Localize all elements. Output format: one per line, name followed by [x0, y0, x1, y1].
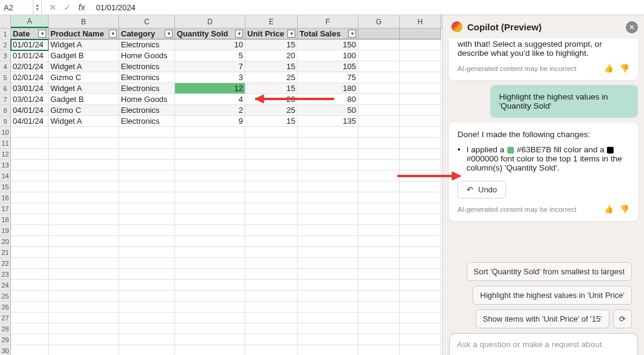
cell[interactable] [49, 258, 119, 269]
cell[interactable] [358, 181, 400, 192]
cell[interactable]: Category▾ [119, 29, 175, 39]
cell[interactable] [119, 138, 175, 149]
cell[interactable] [119, 334, 175, 345]
cell[interactable] [245, 138, 298, 149]
column-header-G[interactable]: G [358, 15, 400, 28]
row-header[interactable]: 19 [0, 225, 11, 236]
cell[interactable] [175, 334, 245, 345]
filter-dropdown-icon[interactable]: ▾ [348, 30, 356, 38]
row-header[interactable]: 24 [0, 280, 11, 291]
cell[interactable] [358, 127, 400, 138]
cell[interactable] [119, 171, 175, 181]
cell[interactable] [245, 225, 298, 236]
cell[interactable] [175, 280, 245, 291]
cell[interactable] [119, 280, 175, 291]
cell[interactable] [400, 149, 441, 160]
thumbs-up-icon[interactable]: 👍 [604, 64, 614, 73]
column-header-F[interactable]: F [298, 15, 358, 28]
cell[interactable]: Date▾ [11, 29, 49, 39]
row-header[interactable]: 25 [0, 291, 11, 302]
spreadsheet[interactable]: ABCDEFGH 1Date▾Product Name▾Category▾Qua… [0, 15, 442, 355]
cell[interactable] [298, 181, 358, 192]
cell[interactable]: Home Goods [119, 50, 175, 61]
cell[interactable] [358, 138, 400, 149]
cell[interactable] [298, 269, 358, 280]
row-header[interactable]: 10 [0, 127, 11, 138]
cell[interactable]: 04/01/24 [11, 105, 49, 116]
cell[interactable]: Product Name▾ [49, 29, 119, 39]
cell[interactable]: Electronics [119, 39, 175, 50]
cell[interactable] [298, 138, 358, 149]
cell[interactable] [175, 247, 245, 258]
column-header-A[interactable]: A [11, 15, 49, 28]
row-header[interactable]: 15 [0, 181, 11, 192]
cell[interactable]: 50 [298, 105, 358, 116]
suggestion-sort[interactable]: Sort 'Quantity Sold' from smallest to la… [467, 262, 632, 281]
cell[interactable] [49, 302, 119, 313]
cell[interactable]: 20 [245, 50, 298, 61]
cell[interactable] [11, 345, 49, 355]
cell[interactable] [245, 313, 298, 323]
cell[interactable] [358, 313, 400, 323]
cell[interactable] [358, 334, 400, 345]
fx-icon[interactable]: fx [78, 2, 85, 12]
row-header[interactable]: 4 [0, 61, 11, 72]
cell[interactable]: Gizmo C [49, 105, 119, 116]
cell[interactable]: Electronics [119, 116, 175, 127]
cell[interactable] [11, 160, 49, 171]
cell[interactable] [11, 127, 49, 138]
cell[interactable]: Electronics [119, 72, 175, 83]
cell[interactable] [175, 313, 245, 323]
cell[interactable] [175, 171, 245, 181]
cell[interactable] [49, 247, 119, 258]
cell[interactable] [400, 345, 441, 355]
row-header[interactable]: 21 [0, 247, 11, 258]
cell[interactable] [245, 345, 298, 355]
cell[interactable]: 3 [175, 72, 245, 83]
row-header[interactable]: 5 [0, 72, 11, 83]
cell[interactable]: 01/01/24 [11, 50, 49, 61]
column-header-E[interactable]: E [245, 15, 298, 28]
cell[interactable]: Home Goods [119, 94, 175, 105]
cell[interactable] [298, 313, 358, 323]
row-header[interactable]: 14 [0, 171, 11, 181]
cell[interactable] [11, 181, 49, 192]
cell[interactable] [400, 192, 441, 203]
cell[interactable] [49, 203, 119, 214]
row-header[interactable]: 7 [0, 94, 11, 105]
cell[interactable]: Widget A [49, 83, 119, 94]
cell[interactable]: 03/01/24 [11, 83, 49, 94]
cell[interactable] [358, 323, 400, 334]
cell[interactable] [298, 127, 358, 138]
cell[interactable] [11, 302, 49, 313]
cell[interactable] [11, 291, 49, 302]
cell[interactable] [119, 160, 175, 171]
cell[interactable]: 20 [245, 94, 298, 105]
cell[interactable]: Widget A [49, 39, 119, 50]
cell[interactable] [358, 105, 400, 116]
cell[interactable] [400, 258, 441, 269]
cell[interactable]: Quantity Sold▾ [175, 29, 245, 39]
cell[interactable]: 7 [175, 61, 245, 72]
cell[interactable] [49, 345, 119, 355]
cell[interactable] [119, 236, 175, 247]
cell[interactable] [358, 149, 400, 160]
cell[interactable] [358, 345, 400, 355]
cell[interactable] [11, 269, 49, 280]
cell[interactable] [49, 127, 119, 138]
cell[interactable] [298, 214, 358, 225]
cell[interactable] [358, 50, 400, 61]
column-header-D[interactable]: D [175, 15, 245, 28]
suggestion-filter-15[interactable]: Show items with 'Unit Price' of '15' [476, 309, 609, 328]
copilot-input[interactable]: Ask a question or make a request about [449, 333, 638, 355]
cell[interactable] [119, 302, 175, 313]
cell[interactable] [245, 280, 298, 291]
cell[interactable]: 180 [298, 83, 358, 94]
cell[interactable] [400, 127, 441, 138]
cell[interactable]: 15 [245, 83, 298, 94]
cell[interactable] [298, 149, 358, 160]
cell[interactable] [400, 291, 441, 302]
cell[interactable] [298, 291, 358, 302]
cell[interactable] [245, 291, 298, 302]
row-header[interactable]: 26 [0, 302, 11, 313]
